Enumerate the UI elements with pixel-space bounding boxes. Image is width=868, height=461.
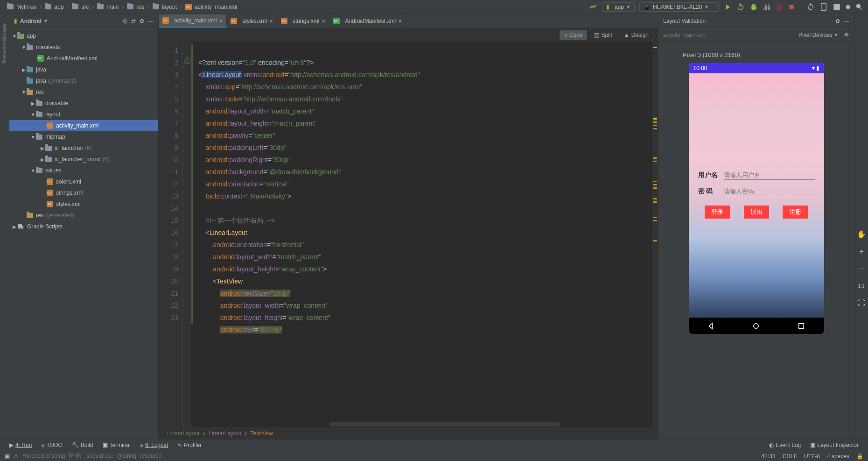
device-selector[interactable]: 📱HUAWEI BKL-AL20▼: [639, 2, 719, 12]
tree-res[interactable]: ▼res: [9, 86, 158, 98]
tree-strings[interactable]: strings.xml: [9, 187, 158, 199]
fullscreen-icon[interactable]: ⛶: [856, 298, 867, 308]
hide-icon[interactable]: —: [844, 18, 849, 24]
tree-res-generated[interactable]: res (generated): [9, 210, 158, 221]
tree-ic-launcher[interactable]: ▶ic_launcher(6): [9, 142, 158, 154]
layout-inspector-tab[interactable]: ▣ Layout Inspector: [805, 442, 863, 448]
profiler-icon[interactable]: [763, 3, 771, 11]
close-icon[interactable]: ✕: [398, 19, 402, 24]
run-config-selector[interactable]: ▮app▼: [602, 2, 635, 12]
code-content[interactable]: <?xml version="1.0" encoding="utf-8"?> <…: [191, 42, 652, 427]
close-icon[interactable]: ✕: [269, 19, 273, 24]
project-tree: ▼app ▼manifests AndroidManifest.xml ▶jav…: [9, 28, 158, 439]
error-stripe[interactable]: [652, 42, 658, 427]
tree-layout[interactable]: ▼layout: [9, 109, 158, 120]
eye-icon[interactable]: 👁: [838, 32, 849, 38]
tool-window-icon[interactable]: ▣: [5, 453, 10, 460]
cube-icon[interactable]: ⬢: [846, 4, 850, 10]
register-button[interactable]: 注册: [783, 206, 808, 219]
line-separator[interactable]: CRLF: [783, 453, 797, 460]
crumb-app[interactable]: app: [42, 4, 66, 10]
back-icon[interactable]: [707, 322, 715, 330]
tab-manifest[interactable]: AndroidManifest.xml✕: [329, 14, 406, 28]
attach-debugger-icon[interactable]: 🐞: [776, 4, 783, 10]
pan-icon[interactable]: ✋: [856, 229, 867, 239]
tree-manifests[interactable]: ▼manifests: [9, 42, 158, 53]
tree-styles[interactable]: styles.xml: [9, 199, 158, 210]
stop-icon[interactable]: [787, 3, 796, 11]
filter-icon[interactable]: ⇄: [131, 18, 136, 24]
resource-manager-tab[interactable]: Resource Manager: [2, 23, 7, 63]
indent-info[interactable]: 4 spaces: [827, 453, 849, 460]
avd-icon[interactable]: [819, 3, 828, 11]
tree-drawable[interactable]: ▶drawable: [9, 98, 158, 109]
sync-icon[interactable]: [806, 3, 815, 11]
crumb-file[interactable]: activity_main.xml: [183, 4, 239, 10]
exit-button[interactable]: 退出: [744, 206, 769, 219]
username-input[interactable]: [724, 170, 815, 180]
tree-java[interactable]: ▶java: [9, 64, 158, 75]
bc-textview[interactable]: TextView: [247, 430, 277, 437]
tree-manifest-file[interactable]: AndroidManifest.xml: [9, 53, 158, 64]
sdk-icon[interactable]: [833, 3, 841, 11]
apply-changes-icon[interactable]: [736, 3, 745, 11]
tree-app[interactable]: ▼app: [9, 30, 158, 42]
navigation-bar: Mythree› app› src› main› res› layout› ac…: [0, 0, 868, 14]
tree-values[interactable]: ▼values: [9, 165, 158, 176]
debug-icon[interactable]: [749, 3, 758, 11]
hide-icon[interactable]: —: [148, 18, 154, 24]
horizontal-scrollbar[interactable]: [329, 422, 560, 426]
todo-tab[interactable]: ≡ TODO: [36, 442, 67, 448]
device-filter-dropdown[interactable]: Pixel Devices▼: [798, 32, 838, 38]
close-icon[interactable]: ✕: [322, 19, 325, 24]
lock-icon[interactable]: 🔒: [856, 453, 863, 460]
bc-linearlayout-1[interactable]: LinearLayout: [163, 430, 203, 437]
run-icon[interactable]: [723, 3, 732, 11]
bc-linearlayout-2[interactable]: LinearLayout: [205, 430, 245, 437]
crumb-main[interactable]: main: [95, 4, 121, 10]
tree-java-generated[interactable]: java (generated): [9, 75, 158, 86]
tree-gradle[interactable]: ▶🐘Gradle Scripts: [9, 221, 158, 232]
run-tab[interactable]: ▶ 4: Run: [5, 442, 36, 448]
build-tab[interactable]: 🔨 Build: [67, 442, 98, 448]
gear-icon[interactable]: ✿: [835, 18, 840, 24]
crumb-layout[interactable]: layout: [150, 4, 179, 10]
cursor-position[interactable]: 42:33: [762, 453, 776, 460]
tab-activity-main[interactable]: activity_main.xml✕: [159, 14, 227, 28]
zoom-in-icon[interactable]: ＋: [856, 246, 867, 256]
gear-icon[interactable]: ✿: [140, 18, 144, 24]
target-icon[interactable]: ◎: [123, 18, 127, 24]
close-icon[interactable]: ✕: [219, 18, 223, 23]
password-input[interactable]: [724, 187, 815, 196]
warning-icon: ⚠: [14, 453, 19, 460]
editor-tabs: activity_main.xml✕ styles.xml✕ strings.x…: [159, 14, 658, 28]
tab-styles[interactable]: styles.xml✕: [227, 14, 277, 28]
tree-ic-launcher-round[interactable]: ▶ic_launcher_round(6): [9, 154, 158, 165]
zoom-fit-icon[interactable]: 1:1: [856, 281, 867, 291]
home-icon[interactable]: [752, 322, 760, 330]
crumb-project[interactable]: Mythree: [5, 4, 39, 10]
overview-icon[interactable]: [797, 322, 805, 330]
project-view-title[interactable]: Android: [20, 18, 42, 24]
logcat-tab[interactable]: ≡ 6: Logcat: [135, 442, 173, 448]
event-log-tab[interactable]: ◐ Event Log: [764, 442, 805, 448]
hammer-icon[interactable]: [589, 3, 597, 11]
crumb-src[interactable]: src: [70, 4, 91, 10]
file-encoding[interactable]: UTF-8: [804, 453, 820, 460]
code-editor[interactable]: 1234567891011121314151617181920212223 C …: [159, 42, 658, 427]
profiler-tab[interactable]: ∿ Profiler: [173, 442, 206, 448]
chevron-down-icon[interactable]: ▼: [43, 18, 48, 23]
zoom-out-icon[interactable]: －: [856, 263, 867, 274]
search-icon[interactable]: [855, 3, 863, 11]
tree-activity-main[interactable]: activity_main.xml: [9, 120, 158, 131]
tab-strings[interactable]: strings.xml✕: [277, 14, 329, 28]
split-view-button[interactable]: ▥ Split: [589, 30, 616, 40]
code-view-button[interactable]: ≡ Code: [560, 30, 588, 40]
tree-mipmap[interactable]: ▼mipmap: [9, 131, 158, 142]
design-view-button[interactable]: ▲ Design: [619, 30, 653, 40]
login-button[interactable]: 登录: [705, 206, 730, 219]
class-icon[interactable]: C: [184, 57, 190, 64]
tree-colors[interactable]: colors.xml: [9, 176, 158, 187]
terminal-tab[interactable]: ▣ Terminal: [98, 442, 135, 448]
crumb-res[interactable]: res: [125, 4, 147, 10]
